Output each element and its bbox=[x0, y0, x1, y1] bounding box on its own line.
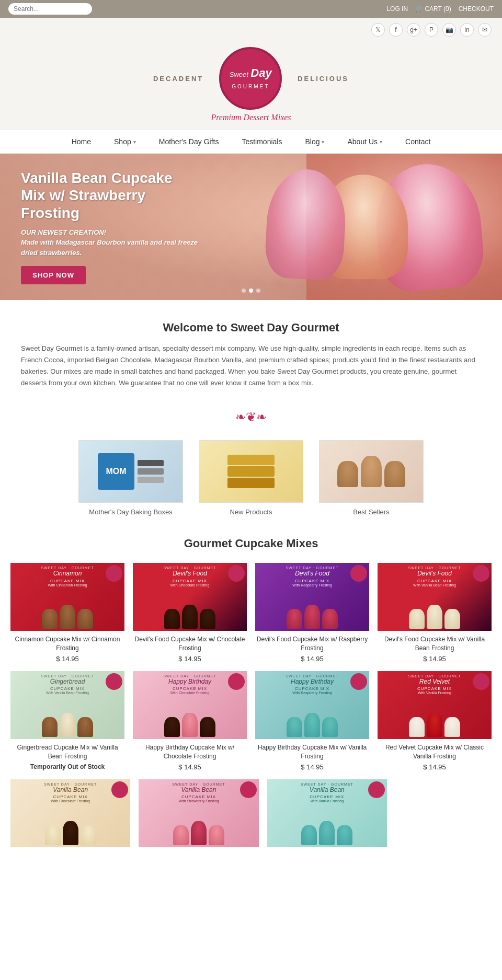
product-price: $ 14.95 bbox=[423, 763, 446, 771]
product-hb-vanilla-img: SWEET DAY · GOURMET Happy Birthday CUPCA… bbox=[255, 671, 369, 739]
category-moms-day-img: MOM bbox=[78, 440, 183, 503]
product-cinnamon-img: SWEET DAY · GOURMET Cinnamon CUPCAKE MIX… bbox=[10, 563, 124, 631]
category-moms-day-label: Mother's Day Baking Boxes bbox=[89, 508, 172, 516]
product-grid-row3: SWEET DAY · GOURMET Vanilla Bean CUPCAKE… bbox=[10, 779, 387, 851]
product-vanilla-mint[interactable]: SWEET DAY · GOURMET Vanilla Bean CUPCAKE… bbox=[267, 779, 387, 851]
box-badge bbox=[106, 673, 122, 690]
welcome-text: Sweet Day Gourmet is a family-owned arti… bbox=[21, 343, 481, 389]
google-plus-icon[interactable]: g+ bbox=[407, 23, 420, 37]
product-cupcakes bbox=[378, 605, 492, 631]
welcome-title: Welcome to Sweet Day Gourmet bbox=[21, 321, 481, 335]
logo-area: DECADENT Sweet Day GOURMET DELICIOUS Pre… bbox=[0, 42, 502, 130]
nav-home[interactable]: Home bbox=[60, 130, 102, 153]
top-bar: LOG IN 🛒 CART (0) CHECKOUT bbox=[0, 0, 502, 18]
product-devils-chocolate-img: SWEET DAY · GOURMET Devil's Food CUPCAKE… bbox=[133, 563, 247, 631]
products-section-title: Gourmet Cupcake Mixes bbox=[10, 537, 492, 550]
product-price: $ 14.95 bbox=[423, 655, 446, 663]
product-red-velvet[interactable]: SWEET DAY · GOURMET Red Velvet CUPCAKE M… bbox=[378, 671, 492, 771]
product-devils-vanilla[interactable]: SWEET DAY · GOURMET Devil's Food CUPCAKE… bbox=[378, 563, 492, 663]
box-badge bbox=[228, 673, 245, 690]
hero-title: Vanilla Bean Cupcake Mix w/ Strawberry F… bbox=[21, 169, 199, 222]
product-price: $ 14.95 bbox=[301, 763, 323, 771]
box-badge bbox=[111, 781, 128, 798]
product-red-velvet-img: SWEET DAY · GOURMET Red Velvet CUPCAKE M… bbox=[378, 671, 492, 739]
product-devils-raspberry-img: SWEET DAY · GOURMET Devil's Food CUPCAKE… bbox=[255, 563, 369, 631]
product-cupcakes bbox=[255, 713, 369, 739]
nav-blog[interactable]: Blog ▾ bbox=[293, 130, 336, 153]
dot-3[interactable] bbox=[256, 289, 260, 293]
product-devils-vanilla-img: SWEET DAY · GOURMET Devil's Food CUPCAKE… bbox=[378, 563, 492, 631]
hero-dots bbox=[242, 289, 260, 293]
box-badge bbox=[240, 781, 257, 798]
logo-decadent: DECADENT bbox=[153, 75, 203, 83]
nav-testimonials[interactable]: Testimonials bbox=[230, 130, 293, 153]
hero-banner: Vanilla Bean Cupcake Mix w/ Strawberry F… bbox=[0, 154, 502, 300]
product-cupcakes bbox=[10, 713, 124, 739]
cart-link[interactable]: 🛒 CART (0) bbox=[415, 5, 451, 13]
product-cupcakes bbox=[378, 713, 492, 739]
product-cinnamon[interactable]: SWEET DAY · GOURMET Cinnamon CUPCAKE MIX… bbox=[10, 563, 124, 663]
product-price: $ 14.95 bbox=[178, 763, 201, 771]
product-cupcakes bbox=[267, 821, 387, 847]
box-badge bbox=[350, 673, 367, 690]
box-badge bbox=[368, 781, 385, 798]
checkout-link[interactable]: CHECKOUT bbox=[459, 5, 494, 13]
product-devils-chocolate[interactable]: SWEET DAY · GOURMET Devil's Food CUPCAKE… bbox=[133, 563, 247, 663]
decorative-divider: ❧❦❧ bbox=[0, 399, 502, 430]
logo-gourmet: GOURMET bbox=[232, 84, 269, 89]
hero-cupcakes bbox=[201, 154, 502, 300]
welcome-section: Welcome to Sweet Day Gourmet Sweet Day G… bbox=[0, 300, 502, 399]
product-cupcakes bbox=[139, 821, 258, 847]
product-name: Cinnamon Cupcake Mix w/ Cinnamon Frostin… bbox=[10, 635, 124, 653]
logo-delicious: DELICIOUS bbox=[298, 75, 349, 83]
product-gingerbread[interactable]: SWEET DAY · GOURMET Gingerbread CUPCAKE … bbox=[10, 671, 124, 771]
product-vanilla-strawberry-img: SWEET DAY · GOURMET Vanilla Bean CUPCAKE… bbox=[139, 779, 258, 847]
login-link[interactable]: LOG IN bbox=[386, 5, 408, 13]
hero-text: Vanilla Bean Cupcake Mix w/ Strawberry F… bbox=[0, 154, 220, 300]
dot-1[interactable] bbox=[242, 289, 246, 293]
product-hb-chocolate[interactable]: SWEET DAY · GOURMET Happy Birthday CUPCA… bbox=[133, 671, 247, 771]
nav-about[interactable]: About Us ▾ bbox=[336, 130, 394, 153]
logo-day: Day bbox=[250, 66, 271, 79]
nav-shop[interactable]: Shop ▾ bbox=[102, 130, 147, 153]
category-grid: MOM Mother's Day Baking Boxes New Produc… bbox=[0, 430, 502, 521]
product-vanilla-chocolate-img: SWEET DAY · GOURMET Vanilla Bean CUPCAKE… bbox=[10, 779, 130, 847]
nav-contact[interactable]: Contact bbox=[394, 130, 442, 153]
linkedin-icon[interactable]: in bbox=[460, 23, 474, 37]
products-section: Gourmet Cupcake Mixes SWEET DAY · GOURME… bbox=[0, 521, 502, 867]
product-vanilla-strawberry[interactable]: SWEET DAY · GOURMET Vanilla Bean CUPCAKE… bbox=[139, 779, 258, 851]
main-nav: Home Shop ▾ Mother's Day Gifts Testimoni… bbox=[0, 130, 502, 154]
product-cupcakes bbox=[133, 605, 247, 631]
product-cupcakes bbox=[10, 605, 124, 631]
category-best-sellers[interactable]: Best Sellers bbox=[319, 440, 424, 516]
product-vanilla-chocolate[interactable]: SWEET DAY · GOURMET Vanilla Bean CUPCAKE… bbox=[10, 779, 130, 851]
out-of-stock-label: Temporarily Out of Stock bbox=[30, 763, 105, 770]
product-name: Happy Birthday Cupcake Mix w/ Chocolate … bbox=[133, 743, 247, 761]
facebook-icon[interactable]: f bbox=[389, 23, 403, 37]
category-best-sellers-img bbox=[319, 440, 424, 503]
twitter-icon[interactable]: 𝕏 bbox=[371, 23, 385, 37]
instagram-icon[interactable]: 📷 bbox=[442, 23, 456, 37]
logo-badge[interactable]: Sweet Day GOURMET bbox=[219, 47, 282, 110]
top-nav: LOG IN 🛒 CART (0) CHECKOUT bbox=[386, 5, 494, 13]
nav-mothers-day[interactable]: Mother's Day Gifts bbox=[147, 130, 231, 153]
category-new-products-label: New Products bbox=[230, 508, 272, 516]
logo-script: Sweet bbox=[230, 71, 248, 78]
blog-arrow: ▾ bbox=[322, 139, 324, 145]
product-devils-raspberry[interactable]: SWEET DAY · GOURMET Devil's Food CUPCAKE… bbox=[255, 563, 369, 663]
product-name: Devil's Food Cupcake Mix w/ Vanilla Bean… bbox=[378, 635, 492, 653]
category-best-sellers-label: Best Sellers bbox=[353, 508, 389, 516]
product-hb-vanilla[interactable]: SWEET DAY · GOURMET Happy Birthday CUPCA… bbox=[255, 671, 369, 771]
search-input[interactable] bbox=[8, 3, 92, 15]
dot-2[interactable] bbox=[249, 289, 253, 293]
category-new-products[interactable]: New Products bbox=[199, 440, 303, 516]
product-name: Happy Birthday Cupcake Mix w/ Vanilla Fr… bbox=[255, 743, 369, 761]
hero-shop-now-button[interactable]: SHOP NOW bbox=[21, 266, 86, 284]
social-bar: 𝕏 f g+ P 📷 in ✉ bbox=[0, 18, 502, 42]
product-grid-row2: SWEET DAY · GOURMET Gingerbread CUPCAKE … bbox=[10, 671, 492, 771]
category-new-products-img bbox=[199, 440, 303, 503]
category-moms-day[interactable]: MOM Mother's Day Baking Boxes bbox=[78, 440, 183, 516]
product-price: $ 14.95 bbox=[301, 655, 323, 663]
pinterest-icon[interactable]: P bbox=[425, 23, 438, 37]
email-icon[interactable]: ✉ bbox=[478, 23, 492, 37]
